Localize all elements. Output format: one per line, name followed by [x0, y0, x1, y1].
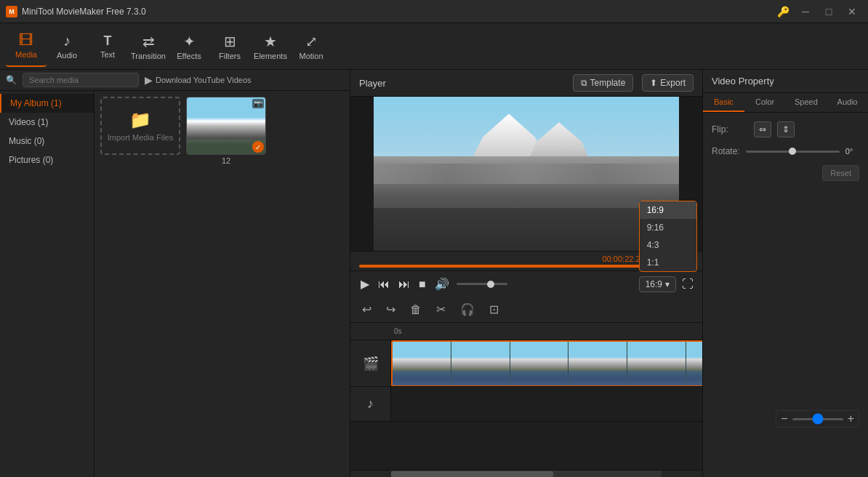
toolbar: 🎞 Media ♪ Audio T Text ⇄ Transition ✦ Ef… [0, 23, 868, 70]
toolbar-text[interactable]: T Text [87, 26, 128, 67]
tab-basic[interactable]: Basic [703, 93, 744, 112]
toolbar-media[interactable]: 🎞 Media [6, 26, 47, 67]
flip-vertical-button[interactable]: ⇕ [777, 121, 795, 137]
rotate-slider[interactable] [746, 151, 840, 153]
search-input[interactable] [23, 73, 139, 87]
export-icon: ⬆ [650, 78, 657, 88]
titlebar-left: M MiniTool MovieMaker Free 7.3.0 [6, 6, 146, 17]
timeline-header: 0s 23s [350, 323, 702, 340]
category-videos[interactable]: Videos (1) [0, 113, 94, 132]
template-icon: ⧉ [581, 78, 587, 88]
tab-speed[interactable]: Speed [786, 93, 827, 112]
toolbar-effects[interactable]: ✦ Effects [169, 26, 209, 67]
video-track-content: ⇄ + ⇄ ⇄ [391, 340, 702, 386]
aspect-option-16-9[interactable]: 16:9 [640, 201, 696, 219]
toolbar-audio[interactable]: ♪ Audio [47, 26, 87, 67]
import-media-item: 📁 Import Media Files [100, 97, 180, 165]
minimize-button[interactable]: ─ [795, 4, 816, 19]
film-frame-4 [568, 342, 627, 385]
media-icon: 🎞 [19, 32, 33, 49]
folder-icon: 📁 [129, 110, 151, 130]
flip-row: Flip: ⇔ ⇕ [712, 121, 859, 137]
camera-icon: 📷 [252, 99, 264, 108]
undo-button[interactable]: ↩ [359, 300, 374, 319]
film-frame-1 [393, 342, 451, 385]
play-button[interactable]: ▶ [359, 276, 371, 292]
fullscreen-button[interactable]: ⛶ [682, 278, 694, 291]
tab-audio[interactable]: Audio [827, 93, 868, 112]
transition-icon: ⇄ [142, 33, 155, 50]
media-sidebar: My Album (1) Videos (1) Music (0) Pictur… [0, 91, 350, 477]
category-pictures[interactable]: Pictures (0) [0, 151, 94, 169]
reset-button[interactable]: Reset [822, 165, 859, 181]
video-preview [374, 97, 679, 251]
media-thumbnail[interactable]: 📷 ✓ [186, 97, 266, 155]
flip-horizontal-button[interactable]: ⇔ [754, 121, 771, 137]
template-button[interactable]: ⧉ Template [573, 74, 634, 92]
zoom-in-button[interactable]: + [848, 412, 854, 425]
titlebar: M MiniTool MovieMaker Free 7.3.0 🔑 ─ □ ✕ [0, 0, 868, 23]
next-frame-button[interactable]: ⏭ [397, 276, 411, 292]
chevron-down-icon: ▾ [665, 279, 670, 289]
close-button[interactable]: ✕ [842, 4, 862, 19]
rotate-value: 0° [845, 147, 859, 156]
aspect-option-9-16[interactable]: 9:16 [640, 219, 696, 236]
stop-button[interactable]: ■ [417, 276, 427, 292]
video-track-row: 🎬 [350, 340, 702, 387]
video-filmstrip-area[interactable] [391, 340, 702, 386]
scrollbar-thumb[interactable] [391, 471, 553, 477]
video-property-title: Video Property [703, 70, 868, 93]
cut-button[interactable]: ✂ [433, 300, 449, 319]
video-filmstrip[interactable] [391, 340, 702, 386]
player-controls: ▶ ⏮ ⏭ ■ 🔊 16:9 ▾ 16:9 9:16 4:3 [350, 270, 702, 297]
crop-button[interactable]: ⊡ [486, 300, 502, 319]
volume-button[interactable]: 🔊 [433, 276, 451, 292]
redo-button[interactable]: ↪ [383, 300, 398, 319]
main: 🔍 ▶ Download YouTube Videos My Album (1)… [0, 70, 868, 477]
music-icon: ♪ [367, 396, 374, 412]
text-icon: T [104, 33, 112, 49]
maximize-button[interactable]: □ [819, 4, 839, 19]
audio-detach-button[interactable]: 🎧 [457, 300, 478, 319]
left-panel: 🔍 ▶ Download YouTube Videos My Album (1)… [0, 70, 350, 477]
category-my-album[interactable]: My Album (1) [0, 94, 94, 113]
import-media-button[interactable]: 📁 Import Media Files [100, 97, 180, 155]
tab-color[interactable]: Color [744, 93, 786, 112]
export-button[interactable]: ⬆ Export [642, 74, 694, 92]
controls-right: 16:9 ▾ 16:9 9:16 4:3 1:1 ⛶ [639, 276, 694, 292]
delete-button[interactable]: 🗑 [407, 300, 425, 319]
app-icon: M [6, 6, 17, 17]
timeline: 0s 23s 🎬 [350, 323, 702, 477]
titlebar-title: MiniTool MovieMaker Free 7.3.0 [22, 7, 146, 17]
search-icon: 🔍 [6, 75, 17, 85]
toolbar-transition[interactable]: ⇄ Transition [128, 26, 169, 67]
download-youtube-button[interactable]: ▶ Download YouTube Videos [145, 74, 252, 86]
prev-frame-button[interactable]: ⏮ [377, 276, 391, 292]
player-header: Player ⧉ Template ⬆ Export [350, 70, 702, 97]
zoom-controls: − + [776, 410, 859, 428]
toolbar-filters[interactable]: ⊞ Filters [209, 26, 250, 67]
zoom-slider[interactable] [792, 418, 843, 420]
toolbar-elements[interactable]: ★ Elements [250, 26, 291, 67]
h-scrollbar[interactable] [350, 470, 702, 477]
film-frame-2 [451, 342, 510, 385]
motion-icon: ⤢ [305, 33, 318, 50]
youtube-icon: ▶ [145, 74, 153, 86]
audio-icon: ♪ [63, 33, 71, 49]
film-frame-3 [510, 342, 569, 385]
scrollbar-track [391, 470, 662, 477]
aspect-option-1-1[interactable]: 1:1 [640, 254, 696, 271]
film-frame-6 [686, 342, 702, 385]
progress-fill [359, 265, 683, 268]
time-marker-start: 0s [394, 327, 402, 335]
aspect-option-4-3[interactable]: 4:3 [640, 236, 696, 254]
aspect-ratio-button[interactable]: 16:9 ▾ [639, 276, 676, 292]
media-file-item: 📷 ✓ 12 [186, 97, 266, 165]
category-music[interactable]: Music (0) [0, 132, 94, 151]
zoom-out-button[interactable]: − [781, 412, 787, 425]
volume-slider[interactable] [457, 283, 507, 285]
filters-icon: ⊞ [224, 33, 236, 50]
rotate-label: Rotate: [712, 146, 740, 156]
current-time: 00:00:22.24 [603, 254, 645, 263]
toolbar-motion[interactable]: ⤢ Motion [291, 26, 331, 67]
